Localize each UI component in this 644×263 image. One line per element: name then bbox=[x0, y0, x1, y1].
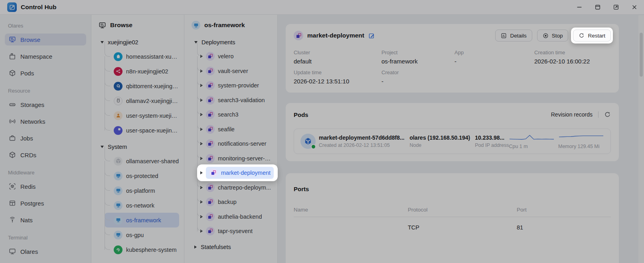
tree-item-vault-server[interactable]: vault-server bbox=[196, 64, 273, 79]
deployment-icon bbox=[294, 31, 303, 40]
deployment-icon bbox=[206, 110, 215, 119]
crd-icon bbox=[9, 151, 16, 158]
n8n-app-icon bbox=[114, 67, 122, 76]
restart-button[interactable]: Restart bbox=[573, 30, 611, 42]
tree-item-chartrepo-deployment[interactable]: chartrepo-deploym... bbox=[196, 180, 273, 195]
deployment-icon bbox=[209, 168, 218, 177]
system-monitor-icon bbox=[192, 21, 200, 30]
redis-icon bbox=[9, 183, 16, 190]
workload-panel-header: os-framework bbox=[189, 20, 273, 30]
tree-item-market-deployment[interactable]: market-deployment bbox=[196, 166, 273, 180]
system-monitor-icon bbox=[114, 231, 122, 239]
tree-item-system-provider[interactable]: system-provider bbox=[196, 78, 273, 93]
refresh-icon[interactable] bbox=[604, 111, 611, 118]
tree-item-user-system[interactable]: user-system-xuejingj... bbox=[105, 108, 179, 123]
expand-arrow-icon[interactable] bbox=[194, 245, 197, 249]
sidebar-item-redis[interactable]: Redis bbox=[5, 180, 86, 192]
restart-icon bbox=[579, 33, 585, 39]
port-name bbox=[294, 217, 408, 238]
tree-item-kubesphere-system[interactable]: kubesphere-system bbox=[105, 242, 179, 257]
column-header-name: Name bbox=[294, 207, 408, 217]
ports-table-row: TCP 81 bbox=[294, 217, 611, 238]
revision-records-link[interactable]: Revision records bbox=[551, 111, 593, 118]
field-update-time: Update time 2026-02-12 13:51:10 bbox=[294, 69, 381, 85]
sidebar-item-nats[interactable]: Nats bbox=[5, 214, 86, 226]
tree-item-notifications-server[interactable]: notifications-server bbox=[196, 136, 273, 151]
tree-item-velero[interactable]: velero bbox=[196, 49, 273, 64]
scrollbar-track[interactable] bbox=[638, 15, 644, 263]
deployment-icon bbox=[206, 212, 215, 221]
tree-item-search3-validation[interactable]: search3-validation bbox=[196, 93, 273, 108]
pod-row[interactable]: market-deployment-57d6dd8f8... Created a… bbox=[294, 129, 611, 154]
system-monitor-icon bbox=[114, 172, 122, 180]
tree-item-os-framework[interactable]: os-framework bbox=[105, 213, 179, 227]
selected-deployment-pill[interactable]: market-deployment bbox=[206, 167, 274, 179]
edit-icon[interactable] bbox=[368, 32, 375, 39]
open-external-icon[interactable] bbox=[613, 4, 619, 10]
tree-item-user-space[interactable]: user-space-xuejingji... bbox=[105, 123, 179, 138]
minimize-icon[interactable] bbox=[576, 4, 583, 10]
status-running-dot bbox=[311, 144, 316, 149]
collapse-arrow-icon[interactable] bbox=[101, 146, 104, 148]
tree-group-deployments[interactable]: Deployments bbox=[189, 36, 273, 49]
field-creator: Creator - bbox=[381, 69, 454, 85]
close-icon[interactable] bbox=[631, 4, 638, 10]
sidebar-item-terminal-olares[interactable]: Olares bbox=[5, 245, 86, 257]
pod-name: market-deployment-57d6dd8f8... bbox=[319, 134, 409, 141]
pods-card: Pods Revision records market-deployment-… bbox=[286, 103, 619, 161]
port-protocol: TCP bbox=[408, 217, 517, 238]
stop-icon bbox=[543, 33, 549, 39]
tree-item-os-network[interactable]: os-network bbox=[105, 198, 179, 213]
details-button[interactable]: Details bbox=[495, 30, 532, 42]
tree-group-statefulsets[interactable]: Statefulsets bbox=[189, 240, 273, 254]
pod-created-at: Created at 2026-02-12 13:51:05 bbox=[319, 142, 409, 148]
tree-item-seafile[interactable]: seafile bbox=[196, 122, 273, 137]
field-app: App - bbox=[454, 49, 534, 65]
tree-item-qbittorrent[interactable]: qbittorrent-xuejingjie... bbox=[105, 79, 179, 93]
collapse-arrow-icon[interactable] bbox=[101, 41, 104, 44]
sidebar-item-jobs[interactable]: Jobs bbox=[5, 132, 86, 144]
storage-icon bbox=[9, 101, 16, 108]
shared-cube-icon bbox=[114, 157, 122, 166]
sidebar-item-networks[interactable]: Networks bbox=[5, 115, 86, 127]
sidebar-item-pods[interactable]: Pods bbox=[5, 67, 86, 79]
deployment-icon bbox=[206, 139, 215, 148]
titlebar: Control Hub bbox=[0, 0, 644, 15]
kubesphere-icon bbox=[114, 245, 122, 254]
sidebar-item-namespace[interactable]: Namespace bbox=[5, 50, 86, 62]
sidebar-item-browse[interactable]: Browse bbox=[5, 34, 86, 45]
port-number: 81 bbox=[517, 217, 611, 238]
tree-item-os-protected[interactable]: os-protected bbox=[105, 168, 179, 183]
ports-table-header: Name Protocol Port bbox=[294, 207, 611, 217]
tree-item-tapr-sysevent[interactable]: tapr-sysevent bbox=[196, 224, 273, 239]
app-title: Control Hub bbox=[21, 4, 57, 11]
expand-arrow-icon[interactable] bbox=[200, 171, 203, 174]
tree-item-homeassistant[interactable]: homeassistant-xueji... bbox=[105, 49, 179, 64]
sidebar-item-postgres[interactable]: Postgres bbox=[5, 197, 86, 209]
nats-icon bbox=[9, 216, 16, 223]
main-content: market-deployment Details Stop Rest bbox=[278, 15, 644, 263]
namespace-icon bbox=[9, 53, 16, 60]
field-creation-time: Creation time 2026-02-10 16:00:22 bbox=[534, 49, 611, 65]
divider bbox=[598, 111, 599, 118]
scrollbar-thumb[interactable] bbox=[640, 33, 643, 77]
tree-item-os-platform[interactable]: os-platform bbox=[105, 183, 179, 198]
system-monitor-icon bbox=[114, 216, 122, 225]
tree-item-backup[interactable]: backup bbox=[196, 195, 273, 210]
tree-item-ollamaserver-shared[interactable]: ollamaserver-shared bbox=[105, 154, 179, 168]
sidebar: Olares Browse Namespace Pods Resource St… bbox=[0, 15, 91, 263]
tree-children: homeassistant-xueji... n8n-xuejingjie02 … bbox=[96, 49, 179, 138]
ollama-app-icon bbox=[114, 97, 122, 105]
tree-item-authelia-backend[interactable]: authelia-backend bbox=[196, 210, 273, 224]
tree-item-search3[interactable]: search3 bbox=[196, 107, 273, 122]
tree-item-ollamav2[interactable]: ollamav2-xuejingjie02 bbox=[105, 93, 179, 108]
tree-item-os-gpu[interactable]: os-gpu bbox=[105, 227, 179, 242]
tree-item-n8n[interactable]: n8n-xuejingjie02 bbox=[105, 64, 179, 79]
sidebar-item-storages[interactable]: Storages bbox=[5, 99, 86, 111]
maximize-icon[interactable] bbox=[595, 4, 601, 10]
tree-item-monitoring-server[interactable]: monitoring-server-d... bbox=[196, 151, 273, 166]
expand-arrow-icon[interactable] bbox=[200, 229, 203, 233]
stop-button[interactable]: Stop bbox=[537, 30, 569, 42]
sidebar-item-crds[interactable]: CRDs bbox=[5, 149, 86, 161]
pod-node-cell: olares (192.168.50.194) Node bbox=[409, 134, 475, 148]
